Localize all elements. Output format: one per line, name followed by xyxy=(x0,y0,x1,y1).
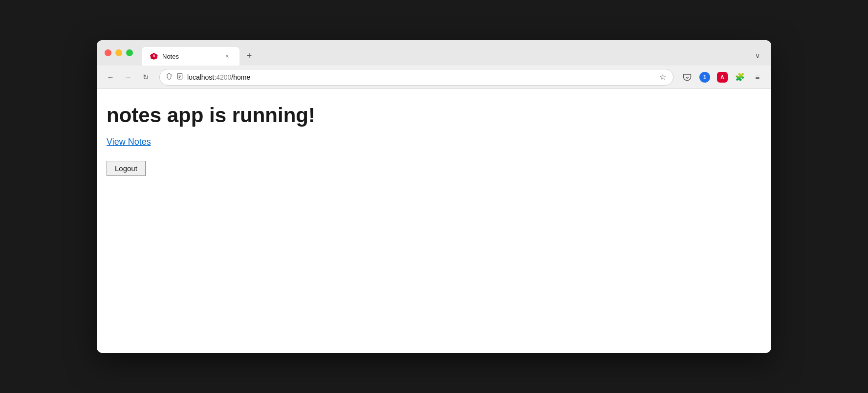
menu-button[interactable]: ≡ xyxy=(750,69,765,85)
bookmark-button[interactable]: ☆ xyxy=(658,71,667,83)
view-notes-link[interactable]: View Notes xyxy=(107,137,151,147)
back-button[interactable]: ← xyxy=(103,69,118,85)
tab-title: Notes xyxy=(162,53,219,60)
extensions-button[interactable]: 🧩 xyxy=(732,69,748,85)
nav-bar: ← → ↻ localhost:4200/home ☆ xyxy=(97,66,771,89)
maximize-button[interactable] xyxy=(126,49,133,56)
onepassword-button[interactable]: 1 xyxy=(697,69,713,85)
shield-icon xyxy=(166,73,173,81)
app-heading: notes app is running! xyxy=(107,104,761,127)
address-path: /home xyxy=(231,73,250,81)
angular-extension-button[interactable]: A xyxy=(715,69,730,85)
logout-button[interactable]: Logout xyxy=(107,161,146,176)
address-bar[interactable]: localhost:4200/home ☆ xyxy=(159,69,673,86)
tab-favicon xyxy=(150,52,158,61)
tab-dropdown-button[interactable]: ∨ xyxy=(750,48,765,64)
new-tab-button[interactable]: + xyxy=(241,48,257,64)
traffic-lights xyxy=(105,49,133,56)
browser-window: Notes × + ∨ ← → ↻ xyxy=(97,40,771,353)
address-text: localhost:4200/home xyxy=(187,73,654,81)
active-tab[interactable]: Notes × xyxy=(142,47,239,66)
tabs-area: Notes × + ∨ xyxy=(142,47,765,66)
title-bar: Notes × + ∨ xyxy=(97,40,771,66)
refresh-button[interactable]: ↻ xyxy=(138,69,153,85)
minimize-button[interactable] xyxy=(115,49,122,56)
close-button[interactable] xyxy=(105,49,111,56)
content-area: notes app is running! View Notes Logout xyxy=(97,89,771,353)
tab-close-button[interactable]: × xyxy=(223,52,232,61)
pocket-button[interactable] xyxy=(679,69,695,85)
browser-actions: 1 A 🧩 ≡ xyxy=(679,69,765,85)
address-port: 4200 xyxy=(216,73,231,81)
page-icon xyxy=(176,73,183,81)
forward-button: → xyxy=(120,69,136,85)
address-host: localhost: xyxy=(187,73,216,81)
angular-icon: A xyxy=(717,72,728,83)
onepassword-icon: 1 xyxy=(699,72,710,83)
